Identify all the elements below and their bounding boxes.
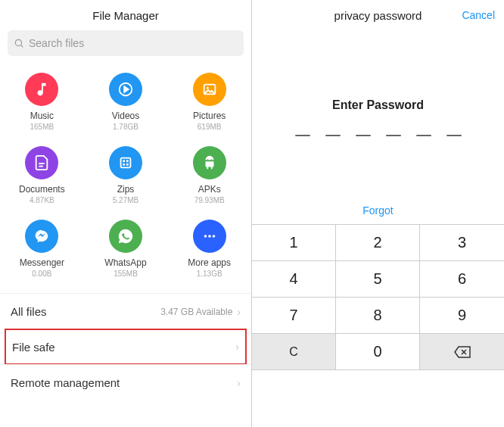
category-whatsapp[interactable]: WhatsApp 155MB (84, 212, 168, 285)
backspace-icon (453, 345, 471, 359)
svg-rect-12 (126, 164, 129, 166)
key-clear[interactable]: C (252, 334, 336, 370)
key-3[interactable]: 3 (420, 225, 504, 261)
password-dash (446, 135, 462, 136)
category-music[interactable]: Music 165MB (0, 65, 84, 139)
file-safe-row[interactable]: File safe › (5, 329, 247, 365)
chevron-right-icon: › (237, 377, 241, 389)
category-size: 1.13GB (197, 270, 222, 278)
password-dash (356, 135, 371, 136)
search-input[interactable]: Search files (8, 30, 244, 56)
password-dash (295, 135, 310, 136)
image-icon (193, 73, 226, 106)
more-icon (193, 220, 226, 253)
category-documents[interactable]: Documents 4.87KB (0, 139, 84, 212)
svg-point-5 (207, 87, 209, 89)
remote-label: Remote management (11, 376, 120, 389)
document-icon (25, 146, 58, 179)
key-backspace[interactable] (420, 334, 504, 370)
category-label: Documents (19, 184, 65, 195)
category-grid: Music 165MB Videos 1.78GB Pictures 619MB… (0, 62, 251, 293)
chevron-right-icon: › (237, 306, 241, 318)
key-1[interactable]: 1 (252, 225, 336, 261)
category-size: 1.78GB (113, 123, 138, 131)
key-0[interactable]: 0 (336, 334, 420, 370)
privacy-password-screen: privacy password Cancel Enter Password F… (252, 0, 504, 427)
category-size: 5.27MB (113, 196, 138, 204)
category-label: Zips (117, 184, 135, 195)
file-manager-screen: File Manager Search files Music 165MB Vi… (0, 0, 252, 427)
key-6[interactable]: 6 (420, 261, 504, 298)
zip-icon (109, 146, 142, 179)
android-icon (193, 146, 226, 179)
category-size: 619MB (198, 123, 222, 131)
svg-rect-10 (126, 160, 129, 162)
key-4[interactable]: 4 (252, 261, 336, 298)
all-files-label: All files (11, 305, 47, 318)
svg-point-15 (212, 235, 215, 238)
password-dash (386, 135, 401, 136)
numeric-keypad: 1 2 3 4 5 6 7 8 9 C 0 (252, 224, 504, 370)
search-placeholder: Search files (29, 37, 84, 49)
header-title: File Manager (0, 0, 251, 30)
category-size: 155MB (114, 270, 138, 278)
svg-point-0 (15, 39, 21, 45)
enter-password-prompt: Enter Password (252, 98, 504, 112)
messenger-icon (25, 220, 58, 253)
key-7[interactable]: 7 (252, 298, 336, 334)
category-label: Pictures (193, 111, 226, 121)
category-videos[interactable]: Videos 1.78GB (84, 65, 168, 139)
category-label: Videos (112, 111, 139, 121)
category-size: 165MB (30, 123, 54, 131)
password-dash (416, 135, 431, 136)
all-files-row[interactable]: All files 3.47 GB Available › (0, 293, 251, 329)
whatsapp-icon (109, 220, 142, 253)
music-icon (25, 73, 58, 106)
category-label: Messenger (20, 257, 64, 268)
category-label: APKs (198, 184, 221, 195)
key-2[interactable]: 2 (336, 225, 420, 261)
category-size: 4.87KB (30, 196, 54, 204)
category-zips[interactable]: Zips 5.27MB (84, 139, 168, 212)
category-label: More apps (188, 257, 231, 268)
forgot-link[interactable]: Forgot (252, 204, 504, 217)
svg-point-13 (204, 235, 207, 238)
header-title: privacy password Cancel (252, 0, 504, 30)
search-icon (14, 38, 24, 48)
category-label: WhatsApp (104, 257, 146, 268)
category-pictures[interactable]: Pictures 619MB (167, 65, 251, 139)
remote-management-row[interactable]: Remote management › (0, 364, 251, 401)
chevron-right-icon: › (235, 341, 239, 353)
svg-line-1 (21, 45, 23, 48)
category-apks[interactable]: APKs 79.93MB (167, 139, 251, 212)
key-9[interactable]: 9 (420, 298, 504, 334)
category-label: Music (30, 111, 54, 121)
category-size: 0.00B (32, 270, 51, 278)
password-dots (252, 135, 504, 136)
play-icon (109, 73, 142, 106)
svg-point-14 (208, 235, 211, 238)
category-size: 79.93MB (194, 196, 225, 204)
file-safe-label: File safe (12, 341, 55, 354)
key-5[interactable]: 5 (336, 261, 420, 298)
available-text: 3.47 GB Available (160, 307, 232, 317)
category-more-apps[interactable]: More apps 1.13GB (167, 212, 251, 285)
key-8[interactable]: 8 (336, 298, 420, 334)
svg-rect-9 (123, 160, 125, 162)
svg-rect-8 (121, 158, 131, 168)
cancel-button[interactable]: Cancel (462, 9, 495, 21)
category-messenger[interactable]: Messenger 0.00B (0, 212, 84, 285)
svg-rect-11 (123, 164, 125, 166)
svg-marker-3 (124, 86, 129, 92)
password-dash (325, 135, 341, 136)
